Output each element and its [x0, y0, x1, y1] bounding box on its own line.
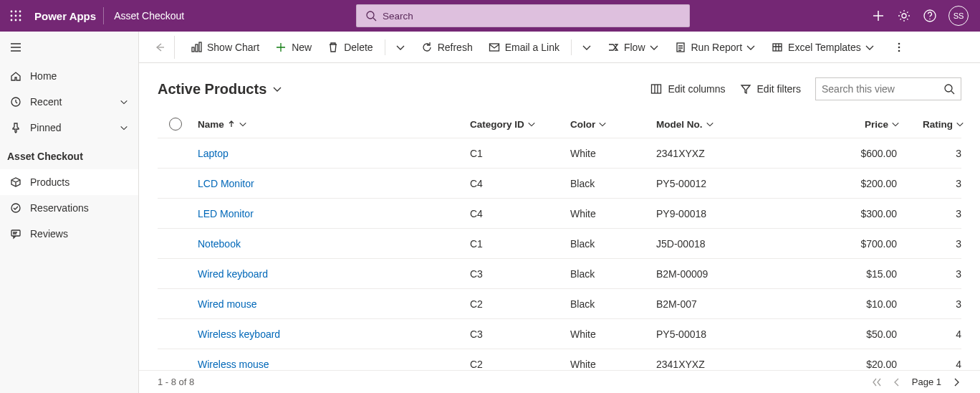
row-name-link[interactable]: LED Monitor: [198, 208, 470, 219]
edit-filters-button[interactable]: Edit filters: [740, 83, 801, 95]
page-label: Page 1: [912, 377, 941, 387]
columns-icon: [650, 83, 662, 95]
cmd-email-link[interactable]: Email a Link: [483, 36, 565, 59]
chevron-down-icon: [582, 42, 592, 52]
sidebar-toggle[interactable]: [0, 32, 138, 63]
row-name-link[interactable]: Wired keyboard: [198, 268, 470, 280]
view-search-input[interactable]: [822, 83, 929, 95]
svg-point-7: [15, 19, 17, 22]
chevron-down-icon: [395, 42, 405, 52]
col-category-id[interactable]: Category ID: [470, 119, 570, 130]
svg-point-1: [15, 11, 17, 13]
col-price[interactable]: Price: [785, 119, 900, 130]
row-category: C2: [470, 298, 570, 310]
edit-columns-button[interactable]: Edit columns: [650, 83, 725, 95]
cmd-new[interactable]: New: [269, 36, 317, 59]
row-price: $200.00: [785, 178, 900, 189]
sidebar-item-pinned[interactable]: Pinned: [0, 115, 138, 141]
select-all-checkbox[interactable]: [158, 118, 198, 131]
row-name-link[interactable]: Wired mouse: [198, 298, 470, 310]
col-rating[interactable]: Rating: [900, 119, 964, 130]
sidebar-item-reservations[interactable]: Reservations: [0, 195, 138, 221]
trash-icon: [327, 42, 339, 53]
table-row[interactable]: Wired keyboardC3BlackB2M-00009$15.003: [158, 258, 961, 288]
page-first-icon[interactable]: [872, 377, 882, 387]
record-range: 1 - 8 of 8: [158, 377, 194, 387]
view-selector[interactable]: Active Products: [158, 81, 282, 98]
row-category: C1: [470, 238, 570, 250]
sidebar-item-products[interactable]: Products: [0, 169, 138, 195]
cmd-delete[interactable]: Delete: [322, 36, 378, 59]
row-color: Black: [570, 178, 656, 189]
row-name-link[interactable]: LCD Monitor: [198, 178, 470, 189]
cmd-refresh[interactable]: Refresh: [415, 36, 479, 59]
row-rating: 4: [900, 328, 964, 340]
col-name[interactable]: Name: [198, 119, 470, 130]
cmd-excel-templates[interactable]: Excel Templates: [766, 36, 880, 59]
sidebar-item-reviews[interactable]: Reviews: [0, 221, 138, 247]
row-price: $10.00: [785, 298, 900, 310]
table-row[interactable]: Wired mouseC2BlackB2M-007$10.003: [158, 288, 961, 318]
cmd-overflow[interactable]: [888, 36, 911, 59]
svg-rect-16: [11, 230, 20, 236]
row-name-link[interactable]: Wireless keyboard: [198, 328, 470, 340]
sort-asc-icon: [227, 120, 236, 128]
cmd-delete-split[interactable]: [391, 36, 411, 59]
row-model: 2341XYXZ: [656, 148, 785, 159]
view-search[interactable]: [815, 77, 961, 100]
chevron-down-icon: [956, 120, 964, 128]
row-rating: 3: [900, 208, 964, 219]
row-color: Black: [570, 298, 656, 310]
chevron-down-icon: [649, 42, 659, 52]
cmd-flow[interactable]: Flow: [602, 36, 665, 59]
add-icon[interactable]: [871, 9, 885, 23]
svg-line-29: [951, 91, 954, 94]
table-row[interactable]: Wireless keyboardC3WhitePY5-00018$50.004: [158, 318, 961, 349]
row-model: 2341XYXZ: [656, 359, 785, 370]
app-title: Asset Checkout: [104, 10, 184, 22]
filter-icon: [740, 83, 751, 95]
row-name-link[interactable]: Wireless mouse: [198, 359, 470, 370]
row-color: White: [570, 208, 656, 219]
row-name-link[interactable]: Notebook: [198, 238, 470, 250]
more-vertical-icon: [893, 42, 905, 53]
col-color[interactable]: Color: [570, 119, 656, 130]
table-row[interactable]: LaptopC1White2341XYXZ$600.003: [158, 138, 961, 168]
row-model: PY5-00012: [656, 178, 785, 189]
cmd-email-split[interactable]: [577, 36, 597, 59]
table-row[interactable]: NotebookC1BlackJ5D-00018$700.003: [158, 228, 961, 258]
svg-rect-19: [196, 44, 198, 52]
col-model-no[interactable]: Model No.: [656, 119, 785, 130]
global-search-input[interactable]: Search: [356, 4, 690, 27]
row-price: $600.00: [785, 148, 900, 159]
pinned-icon: [10, 122, 21, 133]
svg-point-13: [929, 19, 931, 20]
page-next-icon[interactable]: [951, 377, 961, 387]
svg-point-15: [11, 204, 20, 212]
back-button[interactable]: [152, 36, 175, 59]
table-row[interactable]: LCD MonitorC4BlackPY5-00012$200.003: [158, 168, 961, 198]
gear-icon[interactable]: [897, 9, 911, 23]
chevron-down-icon: [706, 120, 714, 128]
app-launcher-icon[interactable]: [0, 10, 32, 22]
row-price: $15.00: [785, 268, 900, 280]
row-color: Black: [570, 238, 656, 250]
sidebar-item-recent[interactable]: Recent: [0, 89, 138, 115]
chevron-down-icon: [527, 120, 536, 128]
row-price: $700.00: [785, 238, 900, 250]
page-prev-icon[interactable]: [892, 377, 902, 387]
chevron-down-icon: [120, 123, 128, 132]
sidebar-item-home[interactable]: Home: [0, 63, 138, 89]
help-icon[interactable]: [923, 9, 937, 23]
row-price: $300.00: [785, 208, 900, 219]
table-row[interactable]: LED MonitorC4WhitePY9-00018$300.003: [158, 198, 961, 228]
avatar[interactable]: SS: [948, 6, 969, 26]
svg-rect-23: [773, 44, 782, 51]
chevron-down-icon: [272, 84, 282, 94]
row-color: White: [570, 359, 656, 370]
cmd-run-report[interactable]: Run Report: [669, 36, 762, 59]
table-row[interactable]: Wireless mouseC2White2341XYXZ$20.004: [158, 349, 961, 370]
row-name-link[interactable]: Laptop: [198, 148, 470, 159]
product-brand: Power Apps: [32, 10, 103, 22]
cmd-show-chart[interactable]: Show Chart: [185, 36, 265, 59]
